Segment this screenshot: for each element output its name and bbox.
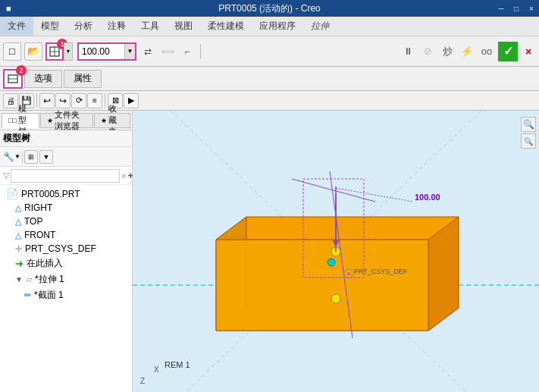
box-dropdown-arrow[interactable]: ▼: [64, 42, 73, 61]
wrench-icon: 🔧: [3, 152, 14, 162]
eye-button[interactable]: oo: [478, 43, 495, 60]
tree-layout-btn[interactable]: ⊞: [24, 150, 38, 164]
tree-item-prt0005[interactable]: 📄 PRT0005.PRT: [0, 187, 132, 201]
model-tree-tab-icon: □□: [8, 117, 17, 124]
undo-button[interactable]: ↩: [39, 93, 55, 108]
flip-button[interactable]: ⇄: [139, 43, 156, 60]
cap-button[interactable]: ⌐: [179, 43, 196, 60]
main-toolbar: □ 📂 1 ▼ ▼ ⇄ ⟺ ⌐ ⏸ ⊘ 炒 ⚡ oo ✓ ×: [0, 36, 539, 67]
window-controls[interactable]: ─ □ ×: [494, 0, 539, 17]
tree-item-right[interactable]: △ RIGHT: [0, 201, 132, 215]
tree-item-label-prt: PRT0005.PRT: [21, 189, 80, 199]
tree-toolbar: 🔧 ▼ ⊞ ▼: [0, 147, 132, 167]
tree-item-label-extrude: *拉伸 1: [35, 273, 64, 286]
separator-1: [200, 44, 201, 59]
tree-settings-btn[interactable]: 🔧 ▼: [3, 152, 20, 162]
main-viewport: 100.00 PRT_CSYS_DEF Z X REM 1 🔍 🔍: [133, 111, 539, 392]
zoom-out-button[interactable]: 🔍: [521, 133, 536, 149]
panel-tabs-row: □□ 模型树 ★ 文件夹浏览器 ★ 收藏夹: [0, 111, 132, 130]
redo-button[interactable]: ↪: [55, 93, 71, 108]
folder-browser-tab[interactable]: ★ 文件夹浏览器: [40, 113, 94, 128]
tree-content: 📄 PRT0005.PRT △ RIGHT △ TOP △ FRONT ✛ PR…: [0, 185, 132, 392]
expand-button[interactable]: ▶: [124, 93, 139, 108]
folder-browser-tab-label: 文件夹浏览器: [55, 109, 87, 132]
badge-2: 2: [16, 65, 27, 76]
svg-text:X: X: [154, 365, 159, 374]
depth-value-combo[interactable]: ▼: [77, 42, 136, 61]
mirror-button: ⟺: [159, 43, 176, 60]
svg-marker-13: [216, 240, 428, 331]
tree-item-insert[interactable]: ➜ 在此插入: [0, 256, 132, 271]
right-mini-toolbar: 🔍 🔍: [521, 117, 536, 149]
tree-item-label-right: RIGHT: [24, 202, 52, 213]
plane-icon-front: △: [15, 230, 21, 240]
tree-item-label-insert: 在此插入: [27, 257, 63, 270]
tree-item-label-csys: PRT_CSYS_DEF: [25, 243, 96, 254]
favorites-tab[interactable]: ★ 收藏夹: [94, 113, 130, 128]
regen-button[interactable]: ⟳: [71, 93, 86, 108]
properties-tab[interactable]: 属性: [64, 70, 102, 88]
tree-item-label-top: TOP: [24, 216, 42, 227]
tree-item-top[interactable]: △ TOP: [0, 215, 132, 228]
model-tree-tab[interactable]: □□ 模型树: [2, 113, 39, 128]
csys-icon: ✛: [15, 244, 22, 254]
options-tab[interactable]: 选项: [24, 70, 62, 88]
filter-close-btn[interactable]: ×: [121, 171, 126, 180]
app-icon: ■: [6, 4, 11, 13]
secondary-toolbar: 🖨 💾 ↩ ↪ ⟳ ≡ ⊠ ▶: [0, 91, 539, 111]
menu-extrude[interactable]: 拉伸: [303, 17, 337, 36]
filter-icon: ▽: [3, 171, 9, 180]
menu-applications[interactable]: 应用程序: [252, 17, 303, 36]
tree-item-sketch1[interactable]: ✏ *截面 1: [0, 287, 132, 303]
depth-input[interactable]: [79, 45, 124, 58]
open-button[interactable]: 📂: [24, 42, 42, 61]
new-button[interactable]: □: [3, 42, 21, 61]
svg-point-27: [331, 294, 340, 303]
depth-dropdown-arrow[interactable]: ▼: [124, 44, 135, 59]
tree-sep: [22, 151, 23, 163]
sep3: [105, 94, 105, 108]
menu-analysis[interactable]: 分析: [67, 17, 100, 36]
svg-text:Z: Z: [140, 377, 145, 385]
cancel-button[interactable]: ×: [521, 44, 536, 59]
tree-item-label-sketch: *截面 1: [34, 289, 64, 302]
zoom-icon: 🔍: [524, 137, 533, 146]
close-button[interactable]: ×: [524, 0, 539, 17]
minimize-button[interactable]: ─: [494, 0, 509, 17]
sep2: [36, 94, 37, 108]
menu-view[interactable]: 视图: [167, 17, 200, 36]
tools2-button[interactable]: ≡: [87, 93, 102, 108]
svg-point-24: [347, 272, 350, 275]
settings-button[interactable]: 炒: [439, 43, 456, 60]
tree-settings-arrow: ▼: [14, 153, 20, 160]
svg-text:PRT_CSYS_DEF: PRT_CSYS_DEF: [354, 268, 408, 275]
tree-item-csys[interactable]: ✛ PRT_CSYS_DEF: [0, 242, 132, 256]
pause-button[interactable]: ⏸: [400, 43, 416, 60]
app-icon-area: ■: [6, 4, 11, 13]
stop-button: ⊘: [419, 43, 436, 60]
tree-filter-btn[interactable]: ▼: [39, 150, 53, 164]
svg-point-28: [327, 259, 335, 266]
filter-input[interactable]: [11, 169, 120, 183]
prt-folder-icon: 📄: [6, 188, 18, 199]
left-sidebar: □□ 模型树 ★ 文件夹浏览器 ★ 收藏夹 模型树 🔧 ▼ ⊞ ▼: [0, 111, 133, 392]
tree-item-extrude1[interactable]: ▼ ▱ *拉伸 1: [0, 271, 132, 287]
menu-tools[interactable]: 工具: [133, 17, 167, 36]
confirm-button[interactable]: ✓: [498, 42, 518, 61]
rem-label: REM 1: [165, 360, 190, 369]
main-area: □□ 模型树 ★ 文件夹浏览器 ★ 收藏夹 模型树 🔧 ▼ ⊞ ▼: [0, 111, 539, 392]
menu-annotation[interactable]: 注释: [100, 17, 133, 36]
extrude-icon-shape: ▱: [26, 274, 32, 284]
print-button[interactable]: 🖨: [3, 93, 18, 108]
maximize-button[interactable]: □: [509, 0, 524, 17]
tree-item-front[interactable]: △ FRONT: [0, 228, 132, 242]
plane-icon-right: △: [15, 203, 21, 213]
extrude-expand-icon: ▼: [15, 275, 23, 284]
menu-flexible-modeling[interactable]: 柔性建模: [200, 17, 252, 36]
menu-model[interactable]: 模型: [33, 17, 67, 36]
tree-section-header: 模型树: [0, 130, 132, 147]
lightning-button[interactable]: ⚡: [459, 43, 475, 60]
menu-file[interactable]: 文件: [0, 17, 33, 36]
svg-text:100.00: 100.00: [415, 193, 440, 202]
zoom-in-button[interactable]: 🔍: [521, 117, 536, 132]
